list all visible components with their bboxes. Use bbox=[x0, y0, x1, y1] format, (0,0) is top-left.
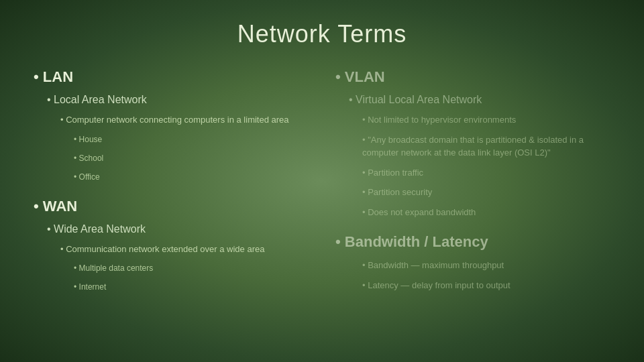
vlan-item-0: Not limited to hypervisor environments bbox=[362, 113, 610, 127]
wan-item-datacenters: Multiple data centers bbox=[74, 262, 309, 274]
bandwidth-item-0: Bandwidth — maximum throughput bbox=[362, 259, 610, 272]
vlan-item-1: "Any broadcast domain that is partitione… bbox=[362, 133, 610, 160]
wan-sub-heading: Wide Area Network bbox=[47, 223, 309, 235]
bandwidth-item-1: Latency — delay from input to output bbox=[362, 279, 610, 292]
lan-item-school: School bbox=[74, 152, 309, 164]
lan-item-office: Office bbox=[74, 171, 309, 183]
vlan-heading: VLAN bbox=[335, 68, 610, 86]
lan-heading: LAN bbox=[34, 68, 309, 86]
lan-desc: Computer network connecting computers in… bbox=[60, 113, 309, 127]
slide-title: Network Terms bbox=[34, 20, 610, 48]
vlan-sub-heading: Virtual Local Area Network bbox=[349, 94, 610, 106]
wan-heading: WAN bbox=[34, 198, 309, 215]
vlan-item-4: Does not expand bandwidth bbox=[362, 206, 610, 219]
wan-item-internet: Internet bbox=[74, 281, 309, 293]
vlan-item-3: Partition security bbox=[362, 186, 610, 199]
bandwidth-heading: Bandwidth / Latency bbox=[335, 233, 610, 251]
slide-container: Network Terms LAN Local Area Network Com… bbox=[0, 0, 644, 362]
wan-desc: Communication network extended over a wi… bbox=[60, 243, 309, 256]
right-column: VLAN Virtual Local Area Network Not limi… bbox=[335, 68, 610, 342]
vlan-item-2: Partition traffic bbox=[362, 166, 610, 180]
lan-item-house: House bbox=[74, 133, 309, 145]
content-area: LAN Local Area Network Computer network … bbox=[34, 68, 610, 342]
left-column: LAN Local Area Network Computer network … bbox=[34, 68, 309, 342]
lan-sub-heading: Local Area Network bbox=[47, 94, 309, 106]
